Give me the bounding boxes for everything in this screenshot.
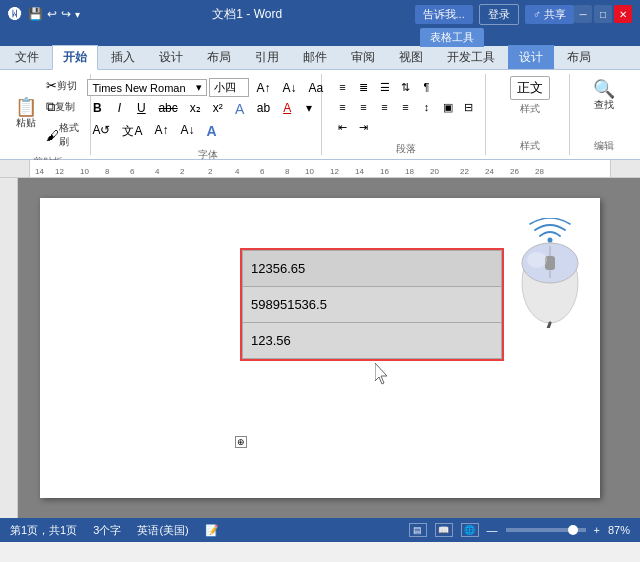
ruler-mark: 24	[485, 167, 494, 176]
paragraph-row1: ≡ ≣ ☰ ⇅ ¶	[333, 78, 479, 96]
ribbon-content: 📋 粘贴 ✂ 剪切 ⧉ 复制 🖌 格式刷 剪贴板	[0, 70, 640, 160]
superscript-button[interactable]: x²	[208, 99, 228, 119]
table-cell-3[interactable]: 123.56	[243, 323, 502, 359]
read-mode-button[interactable]: 📖	[435, 523, 453, 537]
justify-button[interactable]: ≡	[396, 98, 416, 116]
maximize-button[interactable]: □	[594, 5, 612, 23]
tab-insert[interactable]: 插入	[100, 45, 146, 69]
login-button[interactable]: 登录	[479, 4, 519, 25]
shrink-font-button[interactable]: A↓	[175, 121, 199, 142]
web-layout-button[interactable]: 🌐	[461, 523, 479, 537]
align-right-button[interactable]: ≡	[375, 98, 395, 116]
ruler-mark: 8	[105, 167, 109, 176]
font-extra-btn[interactable]: A	[201, 121, 221, 142]
line-spacing-button[interactable]: ↕	[417, 98, 437, 116]
paste-button[interactable]: 📋 粘贴	[12, 96, 40, 132]
font-size-selector[interactable]: 小四	[209, 78, 249, 97]
svg-point-5	[548, 238, 553, 243]
bullets-button[interactable]: ≡	[333, 78, 353, 96]
font-extra-row: A↺ 文A A↑ A↓ A	[87, 121, 328, 142]
show-marks-button[interactable]: ¶	[417, 78, 437, 96]
bold-button[interactable]: B	[87, 99, 107, 119]
font-color-arrow[interactable]: ▾	[299, 99, 319, 119]
table-move-handle[interactable]: ⊕	[235, 436, 247, 448]
decrease-font-button[interactable]: A↓	[277, 79, 301, 97]
zoom-slider[interactable]	[506, 528, 586, 532]
ruler-mark: 28	[535, 167, 544, 176]
underline-button[interactable]: U	[131, 99, 151, 119]
clear-format-button[interactable]: A↺	[87, 121, 115, 142]
cut-button[interactable]: ✂ 剪切	[42, 76, 84, 95]
close-button[interactable]: ✕	[614, 5, 632, 23]
text-highlight-button[interactable]: ab	[252, 99, 275, 119]
italic-button[interactable]: I	[109, 99, 129, 119]
help-button[interactable]: 告诉我...	[415, 5, 473, 24]
text-effects-button[interactable]: A	[230, 99, 250, 119]
ruler-mark: 4	[235, 167, 239, 176]
tab-references[interactable]: 引用	[244, 45, 290, 69]
borders-button[interactable]: ⊟	[459, 98, 479, 116]
zoom-level: 87%	[608, 524, 630, 536]
table-wrapper[interactable]: 12356.65 598951536.5 123.56	[240, 248, 504, 361]
decrease-indent-button[interactable]: ⇤	[333, 118, 353, 136]
document-page[interactable]: ⊕ 12356.65 598951536.5 123.56	[40, 198, 600, 498]
tab-file[interactable]: 文件	[4, 45, 50, 69]
zoom-plus-button[interactable]: +	[594, 524, 600, 536]
ruler-mark: 10	[80, 167, 89, 176]
print-layout-button[interactable]: ▤	[409, 523, 427, 537]
word-count: 3个字	[93, 523, 121, 538]
ruler-mark: 14	[35, 167, 44, 176]
increase-indent-button[interactable]: ⇥	[354, 118, 374, 136]
paragraph-row3: ⇤ ⇥	[333, 118, 479, 136]
ruler-mark: 2	[180, 167, 184, 176]
horizontal-ruler: 14 12 10 8 6 4 2 2 4 6 8 10 12 14 16 18 …	[0, 160, 640, 178]
tab-review[interactable]: 审阅	[340, 45, 386, 69]
undo-icon[interactable]: ↩	[47, 7, 57, 21]
change-case-button[interactable]: Aa	[303, 79, 328, 97]
multilevel-button[interactable]: ☰	[375, 78, 395, 96]
enlarge-font-button[interactable]: A↑	[149, 121, 173, 142]
ruler-mark: 10	[305, 167, 314, 176]
style-normal[interactable]: 正文	[510, 76, 550, 100]
find-button[interactable]: 🔍 查找	[589, 78, 619, 114]
svg-marker-6	[375, 363, 387, 384]
table-cell-1[interactable]: 12356.65	[243, 251, 502, 287]
align-center-button[interactable]: ≡	[354, 98, 374, 116]
zoom-minus-button[interactable]: —	[487, 524, 498, 536]
tab-view[interactable]: 视图	[388, 45, 434, 69]
table-row: 123.56	[243, 323, 502, 359]
tab-developer[interactable]: 开发工具	[436, 45, 506, 69]
copy-button[interactable]: ⧉ 复制	[42, 97, 84, 117]
tab-layout[interactable]: 布局	[196, 45, 242, 69]
ruler-mark: 12	[330, 167, 339, 176]
style-subtitle: 样式	[520, 102, 540, 116]
share-button[interactable]: ♂ 共享	[525, 5, 574, 24]
phonetic-button[interactable]: 文A	[117, 121, 147, 142]
increase-font-button[interactable]: A↑	[251, 79, 275, 97]
save-icon[interactable]: 💾	[28, 7, 43, 21]
ruler-mark: 8	[285, 167, 289, 176]
tab-home[interactable]: 开始	[52, 45, 98, 70]
format-painter-button[interactable]: 🖌 格式刷	[42, 119, 84, 151]
font-name-selector[interactable]: Times New Roman ▾	[87, 79, 207, 96]
font-color-button[interactable]: A	[277, 99, 297, 119]
minimize-button[interactable]: ─	[574, 5, 592, 23]
tab-design[interactable]: 设计	[148, 45, 194, 69]
sort-button[interactable]: ⇅	[396, 78, 416, 96]
subscript-button[interactable]: x₂	[185, 99, 206, 119]
align-left-button[interactable]: ≡	[333, 98, 353, 116]
edit-section: 🔍 查找	[583, 76, 625, 116]
tab-table-layout[interactable]: 布局	[556, 45, 602, 69]
tab-table-design[interactable]: 设计	[508, 45, 554, 69]
style-group: 正文 样式 样式	[490, 74, 570, 155]
font-size-text: 小四	[214, 81, 236, 93]
tab-mail[interactable]: 邮件	[292, 45, 338, 69]
context-tab-bar: 表格工具	[0, 28, 640, 46]
strikethrough-button[interactable]: abc	[153, 99, 182, 119]
table-cell-2[interactable]: 598951536.5	[243, 287, 502, 323]
table-row: 598951536.5	[243, 287, 502, 323]
shading-button[interactable]: ▣	[438, 98, 458, 116]
numbering-button[interactable]: ≣	[354, 78, 374, 96]
ruler-scale: 14 12 10 8 6 4 2 2 4 6 8 10 12 14 16 18 …	[30, 160, 610, 177]
redo-icon[interactable]: ↪	[61, 7, 71, 21]
